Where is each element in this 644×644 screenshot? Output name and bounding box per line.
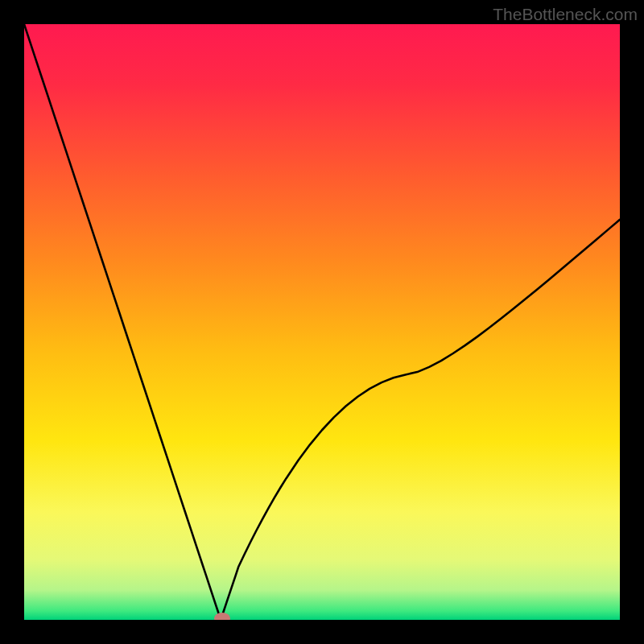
watermark-text: TheBottleneck.com: [493, 5, 638, 24]
bottleneck-curve: [24, 24, 620, 620]
plot-frame: [24, 24, 620, 620]
